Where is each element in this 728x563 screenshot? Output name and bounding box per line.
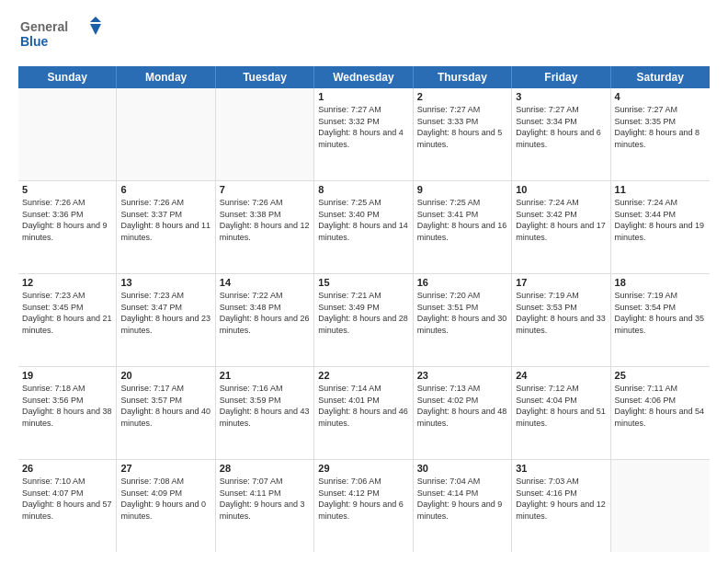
day-number: 4 <box>615 91 706 102</box>
day-info: Sunrise: 7:27 AMSunset: 3:32 PMDaylight:… <box>318 104 408 150</box>
day-cell-empty-4-6 <box>611 460 710 552</box>
day-info: Sunrise: 7:07 AMSunset: 4:11 PMDaylight:… <box>220 476 310 522</box>
day-info: Sunrise: 7:25 AMSunset: 3:41 PMDaylight:… <box>417 197 507 243</box>
calendar-body: 1Sunrise: 7:27 AMSunset: 3:32 PMDaylight… <box>18 88 710 552</box>
day-info: Sunrise: 7:23 AMSunset: 3:45 PMDaylight:… <box>22 290 112 336</box>
day-info: Sunrise: 7:16 AMSunset: 3:59 PMDaylight:… <box>220 383 310 429</box>
day-info: Sunrise: 7:22 AMSunset: 3:48 PMDaylight:… <box>220 290 310 336</box>
day-number: 8 <box>318 184 408 195</box>
day-cell-21: 21Sunrise: 7:16 AMSunset: 3:59 PMDayligh… <box>216 367 314 459</box>
day-number: 18 <box>615 277 706 288</box>
calendar-row-4: 26Sunrise: 7:10 AMSunset: 4:07 PMDayligh… <box>18 460 710 552</box>
page: General Blue SundayMondayTuesdayWednesda… <box>0 0 728 563</box>
day-info: Sunrise: 7:19 AMSunset: 3:53 PMDaylight:… <box>516 290 606 336</box>
calendar-row-2: 12Sunrise: 7:23 AMSunset: 3:45 PMDayligh… <box>18 274 710 367</box>
day-cell-empty-0-2 <box>216 88 314 180</box>
day-cell-empty-0-1 <box>117 88 215 180</box>
day-cell-9: 9Sunrise: 7:25 AMSunset: 3:41 PMDaylight… <box>414 181 512 273</box>
day-number: 12 <box>22 277 112 288</box>
day-number: 5 <box>22 184 112 195</box>
day-cell-1: 1Sunrise: 7:27 AMSunset: 3:32 PMDaylight… <box>314 88 413 180</box>
header: General Blue <box>18 15 710 57</box>
day-info: Sunrise: 7:10 AMSunset: 4:07 PMDaylight:… <box>22 476 112 522</box>
logo: General Blue <box>18 15 119 57</box>
day-info: Sunrise: 7:17 AMSunset: 3:57 PMDaylight:… <box>120 383 210 429</box>
day-number: 10 <box>516 184 606 195</box>
day-info: Sunrise: 7:26 AMSunset: 3:38 PMDaylight:… <box>220 197 310 243</box>
day-number: 26 <box>22 463 112 474</box>
day-cell-12: 12Sunrise: 7:23 AMSunset: 3:45 PMDayligh… <box>18 274 117 366</box>
day-number: 13 <box>120 277 210 288</box>
header-cell-saturday: Saturday <box>611 66 710 88</box>
day-cell-13: 13Sunrise: 7:23 AMSunset: 3:47 PMDayligh… <box>117 274 215 366</box>
day-cell-15: 15Sunrise: 7:21 AMSunset: 3:49 PMDayligh… <box>314 274 413 366</box>
day-cell-16: 16Sunrise: 7:20 AMSunset: 3:51 PMDayligh… <box>414 274 512 366</box>
day-info: Sunrise: 7:24 AMSunset: 3:44 PMDaylight:… <box>615 197 706 243</box>
day-cell-2: 2Sunrise: 7:27 AMSunset: 3:33 PMDaylight… <box>414 88 512 180</box>
day-cell-11: 11Sunrise: 7:24 AMSunset: 3:44 PMDayligh… <box>611 181 710 273</box>
calendar-row-1: 5Sunrise: 7:26 AMSunset: 3:36 PMDaylight… <box>18 181 710 274</box>
day-info: Sunrise: 7:27 AMSunset: 3:33 PMDaylight:… <box>417 104 507 150</box>
day-info: Sunrise: 7:19 AMSunset: 3:54 PMDaylight:… <box>615 290 706 336</box>
day-info: Sunrise: 7:26 AMSunset: 3:37 PMDaylight:… <box>120 197 210 243</box>
day-info: Sunrise: 7:26 AMSunset: 3:36 PMDaylight:… <box>22 197 112 243</box>
day-cell-25: 25Sunrise: 7:11 AMSunset: 4:06 PMDayligh… <box>611 367 710 459</box>
svg-marker-2 <box>90 17 101 22</box>
day-cell-17: 17Sunrise: 7:19 AMSunset: 3:53 PMDayligh… <box>512 274 610 366</box>
header-cell-monday: Monday <box>117 66 215 88</box>
day-cell-20: 20Sunrise: 7:17 AMSunset: 3:57 PMDayligh… <box>117 367 215 459</box>
svg-marker-3 <box>90 24 101 35</box>
header-cell-thursday: Thursday <box>414 66 512 88</box>
day-info: Sunrise: 7:24 AMSunset: 3:42 PMDaylight:… <box>516 197 606 243</box>
day-number: 9 <box>417 184 507 195</box>
day-number: 2 <box>417 91 507 102</box>
day-cell-19: 19Sunrise: 7:18 AMSunset: 3:56 PMDayligh… <box>18 367 117 459</box>
day-cell-23: 23Sunrise: 7:13 AMSunset: 4:02 PMDayligh… <box>414 367 512 459</box>
day-cell-30: 30Sunrise: 7:04 AMSunset: 4:14 PMDayligh… <box>414 460 512 552</box>
day-info: Sunrise: 7:13 AMSunset: 4:02 PMDaylight:… <box>417 383 507 429</box>
day-info: Sunrise: 7:21 AMSunset: 3:49 PMDaylight:… <box>318 290 408 336</box>
calendar-row-0: 1Sunrise: 7:27 AMSunset: 3:32 PMDaylight… <box>18 88 710 181</box>
svg-text:Blue: Blue <box>20 34 49 49</box>
day-number: 7 <box>220 184 310 195</box>
calendar: SundayMondayTuesdayWednesdayThursdayFrid… <box>18 66 710 552</box>
day-info: Sunrise: 7:18 AMSunset: 3:56 PMDaylight:… <box>22 383 112 429</box>
day-number: 23 <box>417 370 507 381</box>
day-number: 25 <box>615 370 706 381</box>
day-number: 30 <box>417 463 507 474</box>
header-cell-wednesday: Wednesday <box>314 66 413 88</box>
logo-icon: General Blue <box>18 15 119 53</box>
logo-text: General Blue <box>18 15 119 57</box>
day-number: 15 <box>318 277 408 288</box>
day-number: 28 <box>220 463 310 474</box>
day-cell-10: 10Sunrise: 7:24 AMSunset: 3:42 PMDayligh… <box>512 181 610 273</box>
day-number: 6 <box>120 184 210 195</box>
day-number: 22 <box>318 370 408 381</box>
day-number: 3 <box>516 91 606 102</box>
day-cell-6: 6Sunrise: 7:26 AMSunset: 3:37 PMDaylight… <box>117 181 215 273</box>
day-info: Sunrise: 7:27 AMSunset: 3:34 PMDaylight:… <box>516 104 606 150</box>
calendar-header: SundayMondayTuesdayWednesdayThursdayFrid… <box>18 66 710 88</box>
day-cell-31: 31Sunrise: 7:03 AMSunset: 4:16 PMDayligh… <box>512 460 610 552</box>
day-number: 27 <box>120 463 210 474</box>
day-number: 31 <box>516 463 606 474</box>
day-info: Sunrise: 7:23 AMSunset: 3:47 PMDaylight:… <box>120 290 210 336</box>
day-cell-8: 8Sunrise: 7:25 AMSunset: 3:40 PMDaylight… <box>314 181 413 273</box>
header-cell-sunday: Sunday <box>18 66 117 88</box>
day-info: Sunrise: 7:12 AMSunset: 4:04 PMDaylight:… <box>516 383 606 429</box>
day-number: 20 <box>120 370 210 381</box>
day-cell-empty-0-0 <box>18 88 117 180</box>
day-number: 16 <box>417 277 507 288</box>
day-info: Sunrise: 7:11 AMSunset: 4:06 PMDaylight:… <box>615 383 706 429</box>
day-cell-3: 3Sunrise: 7:27 AMSunset: 3:34 PMDaylight… <box>512 88 610 180</box>
day-number: 24 <box>516 370 606 381</box>
day-number: 1 <box>318 91 408 102</box>
day-cell-26: 26Sunrise: 7:10 AMSunset: 4:07 PMDayligh… <box>18 460 117 552</box>
day-info: Sunrise: 7:06 AMSunset: 4:12 PMDaylight:… <box>318 476 408 522</box>
day-info: Sunrise: 7:08 AMSunset: 4:09 PMDaylight:… <box>120 476 210 522</box>
day-cell-14: 14Sunrise: 7:22 AMSunset: 3:48 PMDayligh… <box>216 274 314 366</box>
svg-text:General: General <box>20 19 68 34</box>
day-info: Sunrise: 7:04 AMSunset: 4:14 PMDaylight:… <box>417 476 507 522</box>
day-cell-29: 29Sunrise: 7:06 AMSunset: 4:12 PMDayligh… <box>314 460 413 552</box>
calendar-row-3: 19Sunrise: 7:18 AMSunset: 3:56 PMDayligh… <box>18 367 710 460</box>
